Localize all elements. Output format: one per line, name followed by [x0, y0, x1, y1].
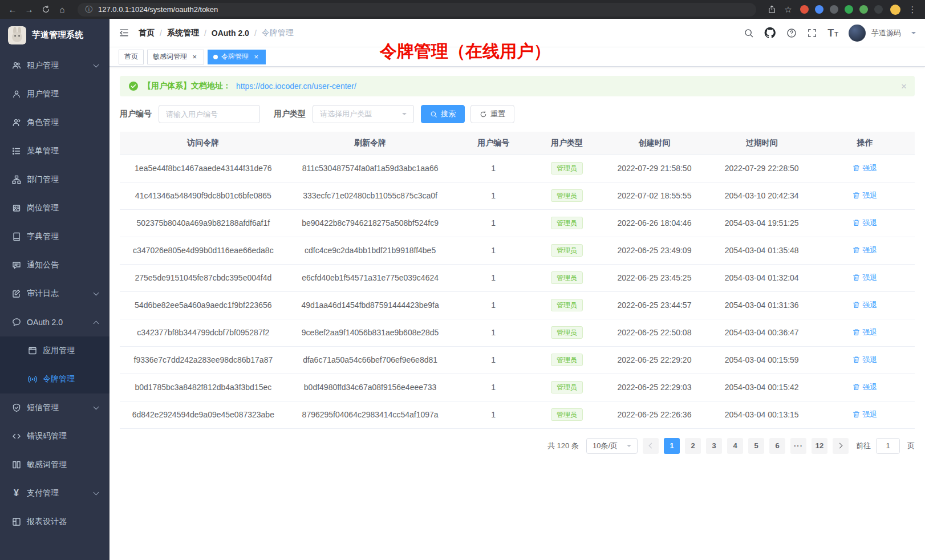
- pagination-more-icon[interactable]: ···: [790, 438, 806, 454]
- forward-icon[interactable]: →: [25, 5, 34, 14]
- access-token-cell: f9336e7c7dd242a283ee98dc86b17a87: [120, 346, 287, 374]
- sidebar-item-dept[interactable]: 部门管理: [0, 165, 109, 194]
- refresh-token-cell: 8796295f04064c2983414cc54af1097a: [287, 401, 454, 428]
- goto-page-input[interactable]: [876, 438, 900, 454]
- expire-time-cell: 2054-03-04 00:15:42: [708, 374, 816, 401]
- force-logout-button[interactable]: 强退: [853, 273, 877, 283]
- extension-icon[interactable]: [800, 5, 809, 14]
- chevron-down-icon[interactable]: [911, 32, 916, 36]
- close-icon[interactable]: ×: [252, 53, 260, 61]
- page-button-12[interactable]: 12: [812, 438, 827, 454]
- pagination: 共 120 条 10条/页 123456···12 前往 页: [120, 438, 915, 454]
- sidebar-item-user[interactable]: 用户管理: [0, 80, 109, 108]
- breadcrumb-item[interactable]: OAuth 2.0: [212, 29, 249, 38]
- force-logout-button[interactable]: 强退: [853, 190, 877, 201]
- sidebar-item-oauth2[interactable]: OAuth 2.0: [0, 308, 109, 336]
- chevron-down-icon: [627, 445, 631, 449]
- force-logout-button[interactable]: 强退: [853, 300, 877, 310]
- user-type-select[interactable]: 请选择用户类型: [313, 105, 414, 123]
- reset-label: 重置: [490, 109, 505, 119]
- browser-profile-icon[interactable]: [890, 5, 900, 15]
- table-row: b0d1785bc3a8482f812db4a3f3bd15ecb0df4980…: [120, 374, 915, 401]
- select-placeholder: 请选择用户类型: [320, 109, 372, 119]
- force-logout-button[interactable]: 强退: [853, 327, 877, 338]
- user-type-cell: 管理员: [533, 182, 601, 209]
- delete-icon: [853, 192, 860, 199]
- sidebar-item-oauth2-app[interactable]: 应用管理: [0, 336, 109, 365]
- bookmark-star-icon[interactable]: ☆: [784, 5, 793, 15]
- sidebar-item-label: 错误码管理: [27, 431, 67, 441]
- sidebar-item-oauth2-token[interactable]: 令牌管理: [0, 365, 109, 393]
- report-icon: [11, 517, 21, 526]
- reload-icon[interactable]: [41, 5, 50, 14]
- force-logout-button[interactable]: 强退: [853, 218, 877, 228]
- dict-icon: [11, 232, 21, 241]
- extension-icon[interactable]: [830, 5, 838, 14]
- tab-home[interactable]: 首页: [119, 50, 144, 64]
- breadcrumb-item[interactable]: 首页: [139, 28, 155, 38]
- site-info-icon[interactable]: ⓘ: [84, 5, 94, 15]
- prev-page-button[interactable]: [643, 438, 659, 454]
- user-id-cell: 1: [453, 237, 533, 264]
- page-button-1[interactable]: 1: [664, 438, 680, 454]
- extension-icon[interactable]: [874, 5, 883, 14]
- force-logout-button[interactable]: 强退: [853, 409, 877, 420]
- chevron-down-icon: [402, 113, 407, 117]
- delete-icon: [853, 274, 860, 281]
- page-button-6[interactable]: 6: [769, 438, 785, 454]
- sidebar-item-menu[interactable]: 菜单管理: [0, 137, 109, 165]
- sidebar-item-notice[interactable]: 通知公告: [0, 251, 109, 279]
- extension-icon[interactable]: [859, 5, 868, 14]
- fullscreen-icon[interactable]: [807, 28, 817, 38]
- force-logout-button[interactable]: 强退: [853, 382, 877, 392]
- force-logout-button[interactable]: 强退: [853, 245, 877, 255]
- alert-text: 【用户体系】文档地址：: [143, 81, 231, 91]
- url-bar[interactable]: ⓘ 127.0.0.1:1024/system/oauth2/token: [78, 3, 756, 17]
- sidebar-item-role[interactable]: 角色管理: [0, 108, 109, 137]
- page-button-2[interactable]: 2: [685, 438, 701, 454]
- alert-link[interactable]: https://doc.iocoder.cn/user-center/: [236, 82, 356, 91]
- table-row: 6d842e2924594de9a09e45e087323abe8796295f…: [120, 401, 915, 428]
- close-icon[interactable]: ×: [901, 82, 907, 91]
- sidebar-item-tenant[interactable]: 租户管理: [0, 51, 109, 80]
- extension-icon[interactable]: [845, 5, 853, 14]
- share-icon[interactable]: [767, 5, 776, 14]
- sidebar-toggle-icon[interactable]: [119, 27, 129, 38]
- github-icon[interactable]: [764, 27, 776, 39]
- username[interactable]: 芋道源码: [871, 28, 901, 38]
- sidebar-item-report[interactable]: 报表设计器: [0, 508, 109, 536]
- help-icon[interactable]: [786, 28, 797, 38]
- search-button[interactable]: 搜索: [421, 105, 465, 123]
- sidebar-item-dict[interactable]: 字典管理: [0, 222, 109, 251]
- tab-sensitive[interactable]: 敏感词管理×: [147, 50, 204, 64]
- reset-button[interactable]: 重置: [470, 105, 514, 123]
- errcode-icon: [11, 432, 21, 441]
- force-logout-button[interactable]: 强退: [853, 355, 877, 365]
- home-icon[interactable]: ⌂: [58, 5, 67, 14]
- breadcrumb-item[interactable]: 系统管理: [167, 28, 199, 38]
- sidebar-item-errcode[interactable]: 错误码管理: [0, 422, 109, 451]
- sidebar-item-pay[interactable]: ¥支付管理: [0, 479, 109, 508]
- page-button-3[interactable]: 3: [706, 438, 722, 454]
- force-logout-button[interactable]: 强退: [853, 163, 877, 173]
- user-icon: [11, 90, 21, 99]
- back-icon[interactable]: ←: [8, 5, 17, 14]
- browser-menu-icon[interactable]: ⋮: [908, 5, 917, 15]
- sidebar-item-audit[interactable]: 审计日志: [0, 279, 109, 308]
- sidebar-item-sensitive[interactable]: 敏感词管理: [0, 451, 109, 479]
- user-id-input[interactable]: [159, 105, 260, 123]
- create-time-cell: 2022-07-29 21:58:50: [601, 155, 708, 182]
- user-avatar[interactable]: [849, 25, 866, 42]
- close-icon[interactable]: ×: [190, 53, 198, 61]
- font-size-icon[interactable]: TT: [827, 28, 838, 38]
- search-icon[interactable]: [744, 28, 754, 38]
- extension-icon[interactable]: [815, 5, 823, 14]
- sidebar-item-post[interactable]: 岗位管理: [0, 194, 109, 222]
- sidebar-item-sms[interactable]: 短信管理: [0, 393, 109, 422]
- tab-token[interactable]: 令牌管理×: [208, 50, 266, 64]
- page-button-4[interactable]: 4: [727, 438, 743, 454]
- app-logo-row[interactable]: 芋道管理系统: [0, 19, 109, 51]
- page-button-5[interactable]: 5: [748, 438, 764, 454]
- page-size-select[interactable]: 10条/页: [586, 438, 638, 454]
- next-page-button[interactable]: [833, 438, 849, 454]
